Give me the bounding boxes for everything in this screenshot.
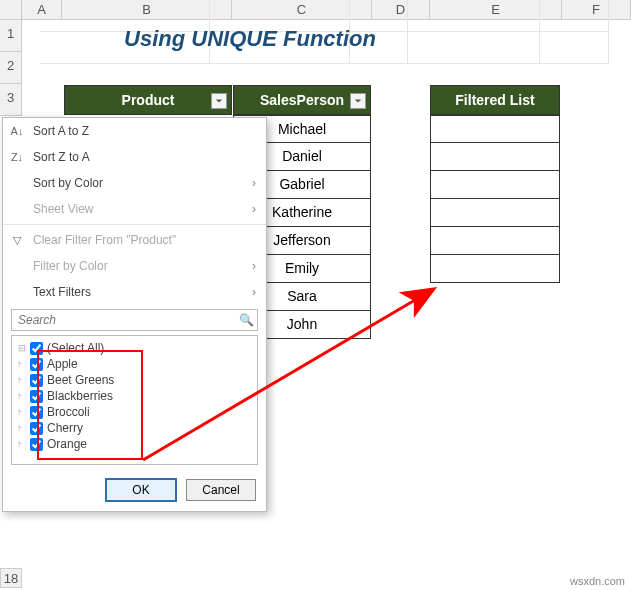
header-salesperson-label: SalesPerson <box>260 92 344 108</box>
filtered-list-column <box>430 115 560 283</box>
text-filters-label: Text Filters <box>33 285 91 299</box>
clear-filter: ▽ Clear Filter From "Product" <box>3 227 266 253</box>
table-cell[interactable] <box>430 227 560 255</box>
checkbox[interactable] <box>30 358 43 371</box>
check-label: Orange <box>47 437 87 451</box>
check-label: Apple <box>47 357 78 371</box>
sort-za-icon: Z↓ <box>9 151 25 163</box>
checkbox[interactable] <box>30 422 43 435</box>
filter-dropdown-product[interactable] <box>211 93 227 109</box>
search-input[interactable] <box>12 313 235 327</box>
check-label: Cherry <box>47 421 83 435</box>
chevron-down-icon <box>354 97 362 105</box>
table-cell[interactable] <box>430 255 560 283</box>
check-item[interactable]: ⊦Blackberries <box>16 388 253 404</box>
row-header-3[interactable]: 3 <box>0 84 22 116</box>
dialog-button-row: OK Cancel <box>3 471 266 511</box>
table-cell[interactable] <box>430 143 560 171</box>
filter-dropdown-salesperson[interactable] <box>350 93 366 109</box>
chevron-down-icon <box>215 97 223 105</box>
sort-by-color-label: Sort by Color <box>33 176 103 190</box>
chevron-right-icon: › <box>252 202 256 216</box>
menu-separator <box>3 224 266 225</box>
select-all-corner[interactable] <box>0 0 22 20</box>
sort-az[interactable]: A↓ Sort A to Z <box>3 118 266 144</box>
sort-az-icon: A↓ <box>9 125 25 137</box>
check-item[interactable]: ⊦Orange <box>16 436 253 452</box>
table-cell[interactable] <box>430 171 560 199</box>
chevron-right-icon: › <box>252 259 256 273</box>
table-cell[interactable] <box>430 199 560 227</box>
ok-button[interactable]: OK <box>106 479 176 501</box>
checkbox[interactable] <box>30 438 43 451</box>
check-item-select-all[interactable]: ⊟(Select All) <box>16 340 253 356</box>
watermark: wsxdn.com <box>570 575 625 587</box>
check-item[interactable]: ⊦Apple <box>16 356 253 372</box>
row-header-2[interactable]: 2 <box>0 52 22 84</box>
filter-by-color: Filter by Color › <box>3 253 266 279</box>
filter-checklist: ⊟(Select All) ⊦Apple ⊦Beet Greens ⊦Black… <box>11 335 258 465</box>
check-item[interactable]: ⊦Broccoli <box>16 404 253 420</box>
page-title: Using UNIQUE Function <box>100 26 400 52</box>
row-headers: 1 2 3 <box>0 20 22 116</box>
chevron-right-icon: › <box>252 176 256 190</box>
check-item[interactable]: ⊦Beet Greens <box>16 372 253 388</box>
row-header-1[interactable]: 1 <box>0 20 22 52</box>
clear-filter-label: Clear Filter From "Product" <box>33 233 176 247</box>
check-item[interactable]: ⊦Cherry <box>16 420 253 436</box>
search-icon: 🔍 <box>235 313 257 327</box>
checkbox[interactable] <box>30 342 43 355</box>
sort-az-label: Sort A to Z <box>33 124 89 138</box>
sheet-view: Sheet View › <box>3 196 266 222</box>
check-label: (Select All) <box>47 341 104 355</box>
header-product: Product <box>64 85 232 115</box>
check-label: Beet Greens <box>47 373 114 387</box>
filter-search-box[interactable]: 🔍 <box>11 309 258 331</box>
header-filtered-list: Filtered List <box>430 85 560 115</box>
header-filtered-label: Filtered List <box>455 92 534 108</box>
checkbox[interactable] <box>30 390 43 403</box>
filter-by-color-label: Filter by Color <box>33 259 108 273</box>
sort-za[interactable]: Z↓ Sort Z to A <box>3 144 266 170</box>
table-cell[interactable] <box>430 115 560 143</box>
text-filters[interactable]: Text Filters › <box>3 279 266 305</box>
row-header-18[interactable]: 18 <box>0 568 22 588</box>
checkbox[interactable] <box>30 406 43 419</box>
autofilter-menu: A↓ Sort A to Z Z↓ Sort Z to A Sort by Co… <box>2 117 267 512</box>
chevron-right-icon: › <box>252 285 256 299</box>
check-label: Blackberries <box>47 389 113 403</box>
check-label: Broccoli <box>47 405 90 419</box>
cancel-button[interactable]: Cancel <box>186 479 256 501</box>
checkbox[interactable] <box>30 374 43 387</box>
sheet-view-label: Sheet View <box>33 202 94 216</box>
sort-za-label: Sort Z to A <box>33 150 90 164</box>
header-product-label: Product <box>122 92 175 108</box>
funnel-clear-icon: ▽ <box>9 234 25 247</box>
sort-by-color[interactable]: Sort by Color › <box>3 170 266 196</box>
